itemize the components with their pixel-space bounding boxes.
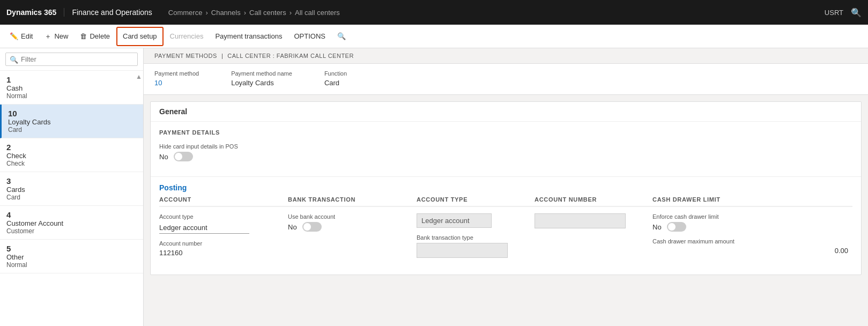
account-col: ACCOUNT Account type Account number 1121…: [159, 196, 288, 266]
breadcrumb-allcallcenters[interactable]: All call centers: [295, 9, 340, 17]
max-amount-field: Cash drawer maximum amount 0.00: [652, 238, 852, 255]
brand-dynamics365: Dynamics 365: [6, 8, 64, 17]
new-button[interactable]: ＋ New: [39, 27, 73, 46]
use-bank-account-field: Use bank account No: [288, 213, 417, 232]
edit-button[interactable]: ✏️ Edit: [4, 27, 38, 46]
enforce-cash-drawer-value: No: [652, 223, 662, 231]
user-label: USRT: [825, 9, 843, 17]
item-10-name: Loyalty Cards: [8, 118, 137, 126]
enforce-cash-drawer-toggle[interactable]: [667, 222, 686, 232]
account-type-field: Account type: [159, 213, 288, 234]
nav-breadcrumb: Commerce › Channels › Call centers › All…: [168, 9, 340, 17]
max-amount-value: 0.00: [652, 247, 852, 255]
hide-card-toggle-knob: [175, 153, 182, 160]
sidebar-item-10[interactable]: 10 Loyalty Cards Card: [0, 105, 143, 138]
account-number2-field: [535, 213, 652, 230]
new-icon: ＋: [44, 32, 51, 41]
toolbar-search-icon: 🔍: [337, 32, 346, 40]
enforce-cash-drawer-label: Enforce cash drawer limit: [652, 213, 852, 220]
use-bank-account-toggle-row: No: [288, 222, 417, 232]
sidebar: 🔍 ▲ 1 Cash Normal 10 Loyalty Cards Card …: [0, 48, 144, 326]
options-button[interactable]: OPTIONS: [288, 27, 331, 46]
account-number2-value: [535, 213, 626, 228]
general-card-body: PAYMENT DETAILS Hide card input details …: [151, 122, 861, 176]
breadcrumb-callcenters[interactable]: Call centers: [249, 9, 286, 17]
edit-label: Edit: [21, 32, 33, 40]
sidebar-item-3[interactable]: 3 Cards Card: [0, 172, 143, 206]
breadcrumb-left: PAYMENT METHODS: [154, 53, 217, 59]
sidebar-item-2[interactable]: 2 Check Check: [0, 138, 143, 172]
account-type2-col: Account type Ledger account Bank transac…: [417, 196, 535, 266]
account-type-input[interactable]: [159, 222, 249, 234]
scroll-up-icon[interactable]: ▲: [136, 73, 142, 80]
account-type2-field: Ledger account: [417, 213, 535, 228]
use-bank-account-toggle[interactable]: [302, 222, 322, 232]
account-number-value: 112160: [159, 249, 288, 257]
options-label: OPTIONS: [294, 32, 325, 40]
sidebar-item-5[interactable]: 5 Other Normal: [0, 240, 143, 273]
bank-txn-type-label: Bank transaction type: [417, 234, 535, 241]
general-card: General PAYMENT DETAILS Hide card input …: [150, 101, 862, 275]
enforce-cash-drawer-toggle-row: No: [652, 222, 852, 232]
item-4-name: Customer Account: [6, 219, 137, 227]
breadcrumb-channels[interactable]: Channels: [211, 9, 241, 17]
account-number-field: Account number 112160: [159, 240, 288, 257]
content-area: PAYMENT METHODS | CALL CENTER : FABRIKAM…: [144, 48, 868, 326]
payment-transactions-button[interactable]: Payment transactions: [210, 27, 287, 46]
pm-function-label: Function: [324, 70, 347, 77]
payment-transactions-label: Payment transactions: [215, 32, 282, 40]
breadcrumb-commerce[interactable]: Commerce: [168, 9, 203, 17]
delete-icon: 🗑: [80, 32, 87, 40]
bank-transaction-col: BANK TRANSACTION Use bank account No: [288, 196, 417, 266]
sidebar-item-4[interactable]: 4 Customer Account Customer: [0, 206, 143, 240]
item-1-type: Normal: [6, 92, 137, 100]
item-2-name: Check: [6, 152, 137, 160]
top-nav: Dynamics 365 Finance and Operations Comm…: [0, 0, 868, 25]
account-type2-col-header: Account type: [417, 196, 535, 207]
bank-txn-type-field: Bank transaction type: [417, 234, 535, 260]
hide-card-toggle[interactable]: [174, 152, 193, 161]
pm-function-value: Card: [324, 79, 347, 87]
account-col-header: ACCOUNT: [159, 196, 288, 207]
hide-card-toggle-row: No: [159, 152, 852, 161]
pm-method-field: Payment method 10: [154, 70, 199, 87]
posting-title: Posting: [151, 176, 861, 196]
item-1-num: 1: [6, 75, 137, 84]
hide-card-value: No: [159, 153, 168, 161]
item-4-num: 4: [6, 210, 137, 219]
pm-name-field: Payment method name Loyalty Cards: [231, 70, 292, 87]
use-bank-account-knob: [303, 223, 311, 231]
payment-method-header: Payment method 10 Payment method name Lo…: [144, 64, 868, 95]
sidebar-list: ▲ 1 Cash Normal 10 Loyalty Cards Card 2 …: [0, 71, 143, 326]
item-10-type: Card: [8, 126, 137, 134]
sidebar-item-1[interactable]: 1 Cash Normal: [0, 71, 143, 105]
payment-details-header: PAYMENT DETAILS: [159, 129, 852, 136]
item-1-name: Cash: [6, 84, 137, 92]
card-setup-label: Card setup: [123, 32, 157, 40]
hide-card-label: Hide card input details in POS: [159, 143, 852, 150]
filter-input[interactable]: [5, 53, 138, 66]
sidebar-filter-area: 🔍: [0, 48, 143, 71]
edit-icon: ✏️: [10, 32, 18, 40]
use-bank-account-label: Use bank account: [288, 213, 417, 220]
hide-card-field: Hide card input details in POS No: [159, 143, 852, 161]
content-breadcrumb: PAYMENT METHODS | CALL CENTER : FABRIKAM…: [144, 48, 868, 64]
enforce-cash-drawer-knob: [668, 223, 676, 231]
use-bank-account-value: No: [288, 223, 297, 231]
currencies-button[interactable]: Currencies: [165, 27, 209, 46]
item-5-type: Normal: [6, 261, 137, 269]
item-2-type: Check: [6, 160, 137, 167]
account-type2-value: Ledger account: [417, 213, 492, 228]
breadcrumb-right: CALL CENTER : FABRIKAM CALL CENTER: [227, 53, 354, 59]
item-5-name: Other: [6, 253, 137, 261]
toolbar: ✏️ Edit ＋ New 🗑 Delete Card setup Curren…: [0, 25, 868, 48]
pm-method-label: Payment method: [154, 70, 199, 77]
enforce-cash-drawer-field: Enforce cash drawer limit No: [652, 213, 852, 232]
cash-drawer-col: CASH DRAWER LIMIT Enforce cash drawer li…: [652, 196, 852, 266]
search-icon-top[interactable]: 🔍: [851, 8, 862, 18]
delete-button[interactable]: 🗑 Delete: [75, 27, 115, 46]
toolbar-search-button[interactable]: 🔍: [332, 27, 351, 46]
item-5-num: 5: [6, 244, 137, 253]
card-setup-button[interactable]: Card setup: [116, 27, 164, 46]
bank-transaction-col-header: BANK TRANSACTION: [288, 196, 417, 207]
